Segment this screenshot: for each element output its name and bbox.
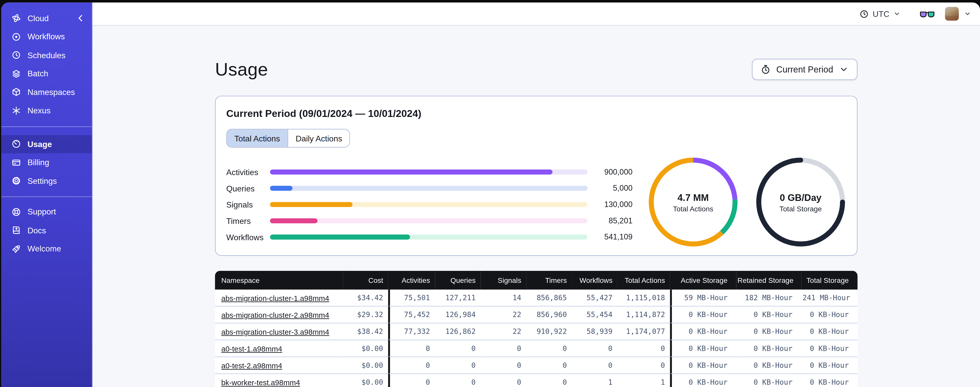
cell-active-storage: 59 MB-Hour [670, 289, 737, 306]
table-row: bk-worker-test.a98mm4$0.000000110 KB-Hou… [215, 373, 858, 387]
user-avatar[interactable] [945, 7, 959, 21]
donut-center-value: 0 GB/Day [780, 192, 821, 202]
usage-bar-row-activities: Activities900,000 [226, 164, 633, 180]
cell-retained-storage: 0 KB-Hour [736, 323, 801, 339]
cell-signals: 0 [480, 340, 526, 357]
glasses-icon[interactable] [919, 8, 935, 19]
actions-tab-group: Total Actions Daily Actions [226, 129, 350, 148]
sidebar-header-cloud[interactable]: Cloud [1, 9, 92, 27]
column-header-namespace: Namespace [215, 271, 343, 290]
cell-queries: 126,984 [435, 306, 480, 323]
bar-label: Workflows [226, 232, 270, 242]
sidebar-item-label: Billing [27, 158, 49, 167]
sidebar-item-schedules[interactable]: Schedules [1, 46, 92, 64]
cell-signals: 14 [480, 289, 526, 306]
app-root: Cloud WorkflowsSchedulesBatchNamespacesN… [0, 0, 980, 387]
namespace-link[interactable]: bk-worker-test.a98mm4 [221, 378, 300, 387]
sidebar-item-label: Usage [27, 139, 52, 149]
namespace-link[interactable]: a0-test-1.a98mm4 [221, 345, 282, 353]
sidebar-item-billing[interactable]: Billing [1, 153, 92, 171]
sidebar-item-namespaces[interactable]: Namespaces [1, 83, 92, 101]
cell-workflows: 1 [572, 373, 617, 387]
cell-activities: 77,332 [388, 323, 435, 339]
period-dropdown-label: Current Period [776, 64, 833, 74]
cell-activities: 75,501 [388, 289, 435, 306]
tab-total-actions[interactable]: Total Actions [227, 130, 288, 147]
cell-workflows: 0 [572, 340, 617, 357]
sidebar-divider [1, 126, 92, 126]
sidebar-item-workflows[interactable]: Workflows [1, 27, 92, 46]
timezone-selector[interactable]: UTC [860, 9, 900, 19]
cell-total-actions: 0 [617, 357, 670, 373]
sidebar-item-label: Batch [27, 69, 48, 78]
column-header-queries: Queries [435, 271, 480, 290]
sidebar-collapse-icon[interactable] [75, 13, 86, 23]
donut-center-label: Total Actions [673, 205, 713, 212]
namespace-link[interactable]: abs-migration-cluster-1.a98mm4 [221, 294, 329, 303]
sidebar-item-label: Schedules [27, 51, 65, 60]
namespace-usage-table: NamespaceCostActivitiesQueriesSignalsTim… [215, 271, 858, 387]
page-title: Usage [215, 58, 268, 81]
sidebar-item-settings[interactable]: Settings [1, 172, 92, 190]
sidebar-item-welcome[interactable]: Welcome [1, 240, 92, 258]
cell-activities: 0 [388, 340, 435, 357]
usage-bar-row-workflows: Workflows541,109 [226, 229, 633, 245]
bar-label: Timers [226, 216, 270, 225]
sidebar-item-usage[interactable]: Usage [1, 135, 92, 153]
timezone-label: UTC [873, 9, 889, 19]
bar-value: 900,000 [587, 168, 632, 176]
cell-activities: 75,452 [388, 306, 435, 323]
cell-total-storage: 0 KB-Hour [801, 357, 858, 373]
period-dropdown-button[interactable]: Current Period [752, 59, 858, 80]
clock-icon [860, 9, 869, 19]
temporal-cloud-icon [11, 13, 21, 23]
column-header-cost: Cost [343, 271, 388, 290]
sidebar-item-nexus[interactable]: Nexus [1, 101, 92, 120]
column-header-activities: Activities [388, 271, 435, 290]
sidebar-item-label: Welcome [27, 244, 61, 253]
workflows-icon [11, 32, 21, 42]
column-header-active-storage: Active Storage [670, 271, 737, 290]
sidebar-item-docs[interactable]: Docs [1, 221, 92, 240]
tab-daily-actions[interactable]: Daily Actions [288, 130, 350, 147]
sidebar-divider [1, 196, 92, 197]
table-row: abs-migration-cluster-2.a98mm4$29.3275,4… [215, 306, 858, 323]
cell-active-storage: 0 KB-Hour [670, 306, 737, 323]
activities-bar-fill [270, 170, 553, 174]
welcome-icon [11, 244, 21, 254]
table-header-row: NamespaceCostActivitiesQueriesSignalsTim… [215, 271, 858, 290]
cell-timers: 910,922 [526, 323, 572, 339]
signals-bar-track [270, 202, 588, 207]
main-area: UTC [92, 3, 980, 387]
column-header-total-actions: Total Actions [617, 271, 670, 290]
bar-label: Activities [226, 167, 270, 177]
table-row: a0-test-1.a98mm4$0.000000000 KB-Hour0 KB… [215, 340, 858, 357]
namespace-link[interactable]: abs-migration-cluster-2.a98mm4 [221, 311, 329, 320]
sidebar-item-label: Docs [27, 225, 46, 235]
namespace-link[interactable]: a0-test-2.a98mm4 [221, 361, 282, 370]
cell-retained-storage: 0 KB-Hour [736, 373, 801, 387]
batch-icon [11, 69, 21, 78]
sidebar-item-batch[interactable]: Batch [1, 64, 92, 83]
namespaces-icon [11, 87, 21, 97]
usage-icon [11, 139, 21, 149]
cell-total-actions: 1 [617, 373, 670, 387]
user-menu-chevron-icon[interactable] [964, 10, 971, 18]
namespace-link[interactable]: abs-migration-cluster-3.a98mm4 [221, 328, 329, 336]
sidebar-item-label: Nexus [27, 106, 51, 115]
donut-center: 0 GB/DayTotal Storage [755, 157, 846, 248]
sidebar-item-support[interactable]: Support [1, 203, 92, 221]
docs-icon [11, 225, 21, 235]
cell-retained-storage: 0 KB-Hour [736, 357, 801, 373]
sidebar-item-label: Settings [27, 176, 57, 186]
column-header-signals: Signals [480, 271, 526, 290]
bar-value: 130,000 [587, 200, 632, 209]
cell-timers: 0 [526, 340, 572, 357]
total-storage-donut: 0 GB/DayTotal Storage [755, 157, 846, 248]
cell-timers: 856,865 [526, 289, 572, 306]
cell-active-storage: 0 KB-Hour [670, 323, 737, 339]
cell-timers: 856,960 [526, 306, 572, 323]
usage-bar-row-queries: Queries5,000 [226, 180, 633, 197]
timers-bar-track [270, 218, 588, 223]
bar-value: 85,201 [587, 216, 632, 225]
